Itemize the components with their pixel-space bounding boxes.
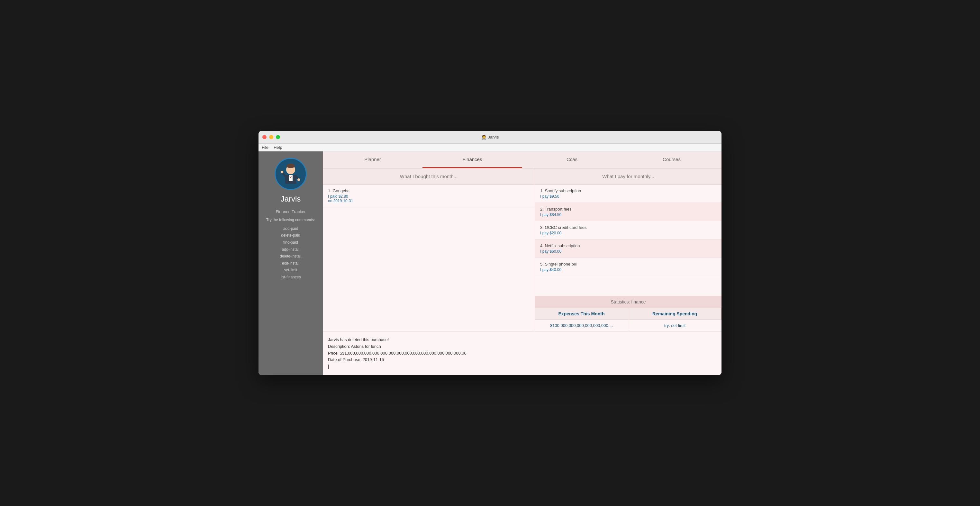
monthly-name-3: 3. OCBC credit card fees — [540, 225, 716, 230]
monthly-item-1: 1. Spotify subscription I pay $9.50 — [535, 185, 722, 203]
monthly-detail-2: I pay $84.50 — [540, 213, 716, 217]
terminal-line-1: Jarvis has deleted this purchase! — [328, 337, 716, 343]
monthly-item-3: 3. OCBC credit card fees I pay $20.00 — [535, 221, 722, 240]
monthly-detail-5: I pay $40.00 — [540, 267, 716, 272]
terminal-line-4: Date of Purchase: 2019-11-15 — [328, 356, 716, 363]
cmd-set-limit: set-limit — [280, 267, 301, 274]
cmd-add-install: add-install — [280, 246, 301, 253]
tab-planner[interactable]: Planner — [323, 151, 423, 168]
commands-intro: Try the following commands: — [266, 217, 315, 223]
monthly-detail-4: I pay $60.00 — [540, 249, 716, 254]
monthly-name-1: 1. Spotify subscription — [540, 188, 716, 193]
maximize-button[interactable] — [276, 135, 280, 139]
purchase-name: 1. Gongcha — [328, 188, 530, 193]
purchases-header: What I bought this month... — [323, 169, 535, 185]
cmd-list-finances: list-finances — [280, 274, 301, 281]
monthly-detail-1: I pay $9.50 — [540, 194, 716, 199]
tab-ccas[interactable]: Ccas — [522, 151, 622, 168]
cmd-delete-paid: delete-paid — [280, 232, 301, 239]
cmd-delete-install: delete-install — [280, 253, 301, 260]
monthly-name-5: 5. Singtel phone bill — [540, 262, 716, 266]
app-name: Jarvis — [281, 194, 301, 204]
expenses-header: Expenses This Month — [535, 308, 628, 320]
terminal-line-2: Description: Astons for lunch — [328, 343, 716, 350]
main-window: 🤵 Jarvis File Help — [258, 131, 722, 375]
cmd-add-paid: add-paid — [280, 225, 301, 232]
cmd-find-paid: find-paid — [280, 239, 301, 246]
monthly-list: 1. Spotify subscription I pay $9.50 2. T… — [535, 185, 722, 296]
monthly-header: What I pay for monthly... — [535, 169, 722, 185]
monthly-name-2: 2. Transport fees — [540, 207, 716, 212]
monthly-detail-3: I pay $20.00 — [540, 231, 716, 235]
avatar — [275, 158, 307, 190]
remaining-value: try: set-limit — [628, 320, 722, 331]
title-text: Jarvis — [488, 135, 499, 140]
minimize-button[interactable] — [269, 135, 273, 139]
title-bar: 🤵 Jarvis — [258, 131, 722, 144]
traffic-lights — [262, 135, 280, 139]
menu-file[interactable]: File — [262, 145, 269, 150]
monthly-name-4: 4. Netflix subscription — [540, 243, 716, 248]
terminal-cursor — [328, 364, 329, 369]
monthly-item-2: 2. Transport fees I pay $84.50 — [535, 203, 722, 221]
commands-list: add-paid delete-paid find-paid add-insta… — [280, 225, 301, 281]
tabs: Planner Finances Ccas Courses — [323, 151, 722, 169]
statistics-section: Statistics: finance Expenses This Month … — [535, 296, 722, 331]
statistics-grid: Expenses This Month Remaining Spending $… — [535, 308, 722, 331]
sidebar: Jarvis Finance Tracker Try the following… — [258, 151, 323, 375]
cmd-edit-install: edit-install — [280, 260, 301, 267]
terminal-area[interactable]: Jarvis has deleted this purchase! Descri… — [323, 331, 722, 375]
remaining-header: Remaining Spending — [628, 308, 722, 320]
title-icon: 🤵 — [481, 135, 487, 140]
svg-point-8 — [298, 178, 300, 181]
terminal-line-3: Price: $$1,000,000,000,000,000,000,000,0… — [328, 350, 716, 357]
purchase-detail-date: on 2019-10-31 — [328, 199, 530, 203]
window-title: 🤵 Jarvis — [481, 135, 499, 140]
purchases-list: 1. Gongcha I paid $2.80 on 2019-10-31 — [323, 185, 535, 331]
tab-finances[interactable]: Finances — [423, 151, 522, 168]
monthly-item-5: 5. Singtel phone bill I pay $40.00 — [535, 258, 722, 276]
svg-point-7 — [281, 171, 283, 173]
monthly-item-4: 4. Netflix subscription I pay $60.00 — [535, 240, 722, 258]
finance-tracker-label: Finance Tracker — [275, 209, 305, 214]
svg-point-1 — [286, 164, 295, 168]
right-panel: Planner Finances Ccas Courses What I bou… — [323, 151, 722, 375]
content-area: What I bought this month... 1. Gongcha I… — [323, 169, 722, 331]
purchase-detail-price: I paid $2.80 — [328, 194, 530, 199]
expenses-value: $100,000,000,000,000,000,000,... — [535, 320, 628, 331]
tab-courses[interactable]: Courses — [622, 151, 722, 168]
monthly-panel: What I pay for monthly... 1. Spotify sub… — [535, 169, 722, 331]
menu-bar: File Help — [258, 144, 722, 151]
statistics-title: Statistics: finance — [535, 296, 722, 308]
terminal-input-line — [328, 363, 716, 370]
close-button[interactable] — [262, 135, 267, 139]
purchases-panel: What I bought this month... 1. Gongcha I… — [323, 169, 535, 331]
avatar-svg — [279, 163, 302, 185]
main-content: Jarvis Finance Tracker Try the following… — [258, 151, 722, 375]
menu-help[interactable]: Help — [274, 145, 282, 150]
purchase-item: 1. Gongcha I paid $2.80 on 2019-10-31 — [323, 185, 535, 207]
